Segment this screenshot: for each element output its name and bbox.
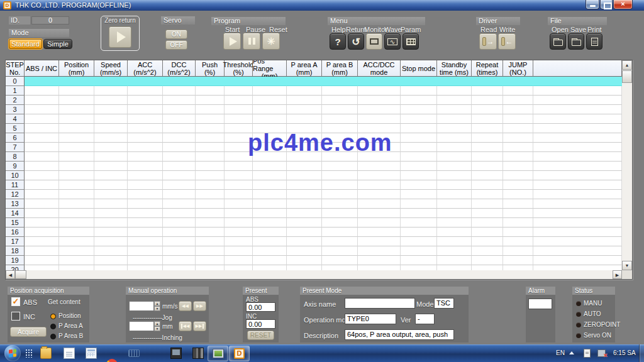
table-cell[interactable] [253,96,287,105]
taskbar-button-screenshot-app[interactable] [208,346,228,361]
table-cell[interactable] [401,171,437,180]
table-cell[interactable] [128,199,163,209]
table-cell[interactable] [533,171,622,180]
table-cell[interactable] [472,228,503,237]
table-cell[interactable] [287,209,322,218]
table-cell[interactable] [322,246,358,256]
table-cell[interactable] [472,237,503,246]
table-cell[interactable] [196,256,225,265]
table-cell[interactable] [287,256,322,265]
table-cell[interactable] [59,77,94,86]
table-cell[interactable] [25,133,59,143]
table-cell[interactable] [533,246,622,256]
table-cell[interactable] [163,265,196,270]
table-cell[interactable] [401,162,437,171]
table-cell[interactable] [94,114,128,124]
table-cell[interactable] [322,114,358,124]
table-cell[interactable] [163,152,196,162]
table-cell[interactable] [25,171,59,180]
taskbar-icon-calculator[interactable] [86,348,97,359]
table-cell[interactable] [533,209,622,218]
table-cell[interactable] [253,265,287,270]
table-cell[interactable] [437,246,472,256]
stepper-down-icon[interactable]: ▼ [154,326,160,331]
table-cell[interactable] [253,77,287,86]
table-cell[interactable] [472,77,503,86]
table-cell[interactable] [59,265,94,270]
table-cell[interactable] [287,162,322,171]
table-cell[interactable] [196,133,225,143]
table-cell[interactable] [533,162,622,171]
vertical-scrollbar[interactable]: ▲ ▼ [622,60,632,270]
table-cell[interactable] [59,143,94,152]
table-cell[interactable] [503,237,533,246]
table-row[interactable]: 19 [6,256,622,265]
table-cell[interactable] [25,218,59,228]
table-cell[interactable] [437,199,472,209]
taskbar-icon-explorer[interactable] [40,348,52,359]
table-cell[interactable] [25,96,59,105]
language-indicator[interactable]: EN [556,349,565,356]
table-cell[interactable] [25,237,59,246]
table-cell[interactable] [25,190,59,199]
table-cell[interactable] [437,133,472,143]
table-cell[interactable] [287,180,322,190]
table-cell[interactable] [128,105,163,114]
table-row[interactable]: 14 [6,209,622,218]
table-cell[interactable] [503,190,533,199]
jog-speed-input[interactable] [129,301,154,311]
table-cell[interactable] [163,86,196,96]
table-cell[interactable] [128,86,163,96]
servo-off-button[interactable]: OFF [165,40,187,50]
table-cell[interactable] [503,199,533,209]
radio-p-area-b[interactable] [50,334,56,339]
table-cell[interactable] [128,162,163,171]
table-cell[interactable] [163,124,196,133]
table-cell[interactable] [401,199,437,209]
table-cell[interactable] [401,209,437,218]
table-cell[interactable] [163,218,196,228]
table-cell[interactable] [437,171,472,180]
table-cell[interactable] [25,152,59,162]
table-cell[interactable] [472,152,503,162]
table-cell[interactable] [401,133,437,143]
table-cell[interactable] [287,96,322,105]
table-cell[interactable] [94,228,128,237]
table-cell[interactable] [437,256,472,265]
table-cell[interactable] [94,171,128,180]
table-cell[interactable] [401,228,437,237]
file-open-button[interactable] [550,33,566,50]
table-cell[interactable] [59,124,94,133]
table-cell[interactable] [225,105,253,114]
table-cell[interactable] [437,77,472,86]
table-cell[interactable] [225,199,253,209]
table-cell[interactable] [196,265,225,270]
table-cell[interactable] [196,162,225,171]
table-cell[interactable] [163,133,196,143]
table-cell[interactable] [287,218,322,228]
table-row[interactable]: 9 [6,162,622,171]
show-hidden-icons-button[interactable] [569,351,574,354]
inching-distance-input[interactable] [129,321,154,331]
table-cell[interactable] [25,114,59,124]
table-cell[interactable] [163,143,196,152]
table-cell[interactable] [59,162,94,171]
table-cell[interactable] [322,190,358,199]
table-cell[interactable] [401,114,437,124]
table-cell[interactable] [225,77,253,86]
scroll-left-button[interactable]: ◀ [6,270,15,279]
table-cell[interactable] [128,218,163,228]
table-cell[interactable] [253,228,287,237]
table-cell[interactable] [59,218,94,228]
tray-network-disconnected-icon[interactable] [597,349,606,357]
table-cell[interactable] [322,265,358,270]
table-cell[interactable] [287,190,322,199]
table-cell[interactable] [503,133,533,143]
table-cell[interactable] [94,105,128,114]
stepper-down-icon[interactable]: ▼ [154,306,160,311]
jog-back-button[interactable]: ◀◀ [179,301,192,311]
table-cell[interactable] [503,180,533,190]
table-cell[interactable] [128,171,163,180]
table-cell[interactable] [163,96,196,105]
table-cell[interactable] [128,152,163,162]
